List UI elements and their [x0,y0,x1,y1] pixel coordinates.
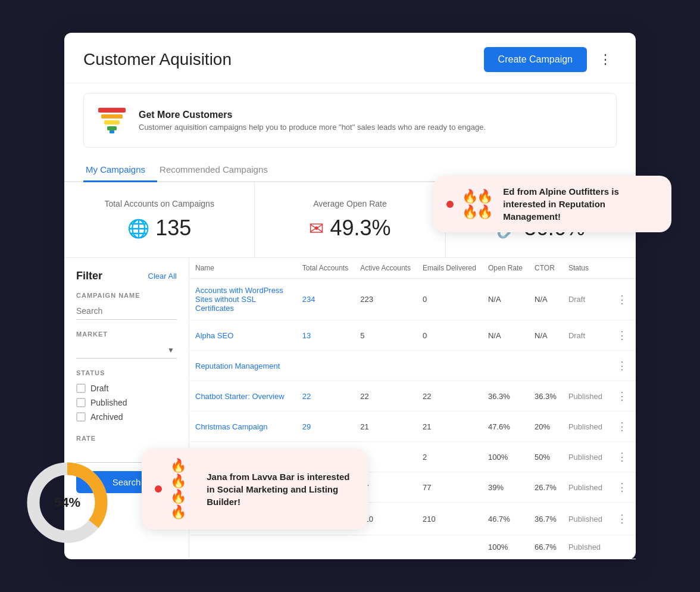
cell-row-actions: ⋮ [608,381,636,412]
banner-text: Get More Customers Customer aquisition c… [139,110,486,132]
campaign-link[interactable]: Accounts with WordPress Sites without SS… [195,286,283,313]
cell-emails-delivered: 0 [417,320,482,351]
cell-row-actions: ⋮ [608,442,636,472]
tooltip-alpine: 🔥🔥🔥🔥 Ed from Alpine Outfitters is intere… [433,176,671,232]
cell-status: Published [562,442,608,472]
archived-checkbox[interactable] [76,412,86,422]
status-item-published[interactable]: Published [76,395,177,410]
row-menu-button[interactable]: ⋮ [614,449,630,465]
cell-ctor: 36.3% [529,381,562,412]
cell-name: Accounts with WordPress Sites without SS… [189,279,296,320]
clear-all-button[interactable]: Clear All [148,272,177,281]
cell-name [189,535,296,559]
campaign-link[interactable]: Christmas Campaign [195,422,267,431]
cell-row-actions: ⋮ [608,472,636,503]
cell-status: Publshed [562,535,608,559]
status-item-archived[interactable]: Archived [76,410,177,424]
fire-dot-lavva [155,485,162,493]
cell-row-actions: ⋮ [608,412,636,442]
cell-open-rate: 100% [482,535,529,559]
cell-open-rate: 100% [482,442,529,472]
donut-percentage: 54% [54,495,80,510]
published-checkbox[interactable] [76,398,86,407]
page-title: Customer Aquisition [83,50,232,69]
status-label: STATUS [76,369,177,376]
stat-total-label: Total Accounts on Campaigns [83,199,235,208]
cell-status: Draft [562,320,608,351]
draft-checkbox[interactable] [76,384,86,393]
col-actions [608,258,636,279]
svg-rect-3 [107,126,117,130]
row-menu-button[interactable]: ⋮ [614,328,630,343]
row-menu-button[interactable]: ⋮ [614,388,630,404]
status-item-draft[interactable]: Draft [76,381,177,395]
cell-name: Christmas Campaign [189,412,296,442]
cell-status: Published [562,472,608,503]
fire-emojis-alpine: 🔥🔥🔥🔥 [462,189,495,220]
row-menu-button[interactable]: ⋮ [614,511,630,526]
cell-row-actions [608,535,636,559]
cell-active-accounts [354,351,417,381]
cell-status: Published [562,381,608,412]
more-options-button[interactable]: ⋮ [594,49,617,70]
table-row: Alpha SEO 13 5 0 N/A N/A Draft ⋮ [189,320,636,351]
tab-my-campaigns[interactable]: My Campaigns [83,157,157,182]
stat-open-value: ✉ 49.3% [274,216,426,241]
cell-ctor: 66.7% [529,535,562,559]
create-campaign-button[interactable]: Create Campaign [484,47,587,72]
cell-ctor: 26.7% [529,472,562,503]
row-menu-button[interactable]: ⋮ [614,419,630,434]
cell-emails-delivered: 210 [417,503,482,535]
cell-total-accounts: 234 [296,279,354,320]
tooltip-alpine-text: Ed from Alpine Outfitters is interested … [503,185,658,223]
campaign-link[interactable]: Reputation Management [195,362,280,370]
campaign-name-label: CAMPAIGN NAME [76,292,177,299]
rate-label: RATE [76,435,177,442]
cell-active-accounts [354,535,417,559]
tooltip-lavva: 🔥🔥🔥🔥 Jana from Lavva Bar is interested i… [142,448,368,529]
row-menu-button[interactable]: ⋮ [614,479,630,495]
table-row: Christmas Campaign 29 21 21 47.6% 20% Pu… [189,412,636,442]
svg-rect-4 [110,130,114,133]
market-dropdown[interactable] [76,341,177,359]
cell-open-rate: 36.3% [482,381,529,412]
cell-total-accounts [296,535,354,559]
col-ctor: CTOR [529,258,562,279]
cell-emails-delivered [417,351,482,381]
table-row: Accounts with WordPress Sites without SS… [189,279,636,320]
status-list: Draft Published Archived [76,381,177,424]
col-active-accounts: Active Accounts [354,258,417,279]
cell-active-accounts: 5 [354,320,417,351]
cell-status: Draft [562,279,608,320]
cell-total-accounts [296,351,354,381]
col-open-rate: Open Rate [482,258,529,279]
tab-recommended-campaigns[interactable]: Recommended Campaigns [157,157,280,182]
banner-title: Get More Customers [139,110,486,120]
cell-emails-delivered: 77 [417,472,482,503]
svg-rect-1 [101,114,123,119]
globe-icon: 🌐 [127,218,149,239]
fire-emojis-lavva: 🔥🔥🔥🔥 [170,458,198,520]
cell-open-rate: 47.6% [482,412,529,442]
campaign-link[interactable]: Alpha SEO [195,331,233,340]
cell-emails-delivered: 0 [417,279,482,320]
campaign-name-input[interactable] [76,303,177,320]
cell-status: Published [562,503,608,535]
cell-open-rate [482,351,529,381]
row-menu-button[interactable]: ⋮ [614,292,630,307]
table-row: 100% 66.7% Publshed [189,535,636,559]
cell-status: Published [562,412,608,442]
col-status: Status [562,258,608,279]
cell-emails-delivered: 22 [417,381,482,412]
cell-ctor: 20% [529,412,562,442]
campaign-link[interactable]: Chatbot Starter: Overview [195,392,285,401]
row-menu-button[interactable]: ⋮ [614,358,630,373]
filter-title: Filter [76,270,102,282]
cell-open-rate: N/A [482,279,529,320]
email-icon: ✉ [309,218,324,239]
cell-active-accounts: 223 [354,279,417,320]
stat-open-rate: Average Open Rate ✉ 49.3% [255,182,445,257]
funnel-icon [96,104,128,136]
cell-total-accounts: 13 [296,320,354,351]
header-actions: Create Campaign ⋮ [484,47,617,72]
